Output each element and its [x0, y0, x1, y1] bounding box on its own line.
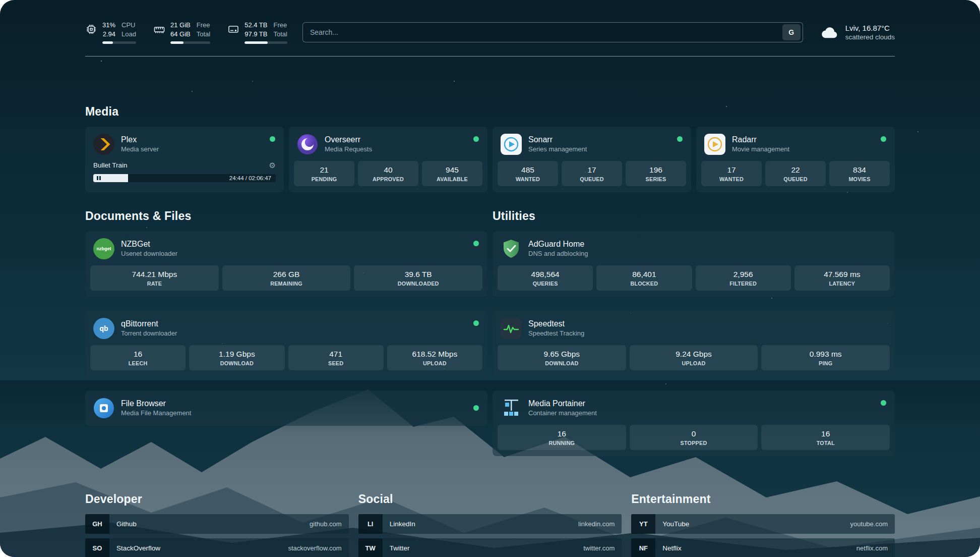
service-card-sonarr[interactable]: Sonarr Series management 485 WANTED 17 Q… — [493, 127, 691, 192]
bookmark-name: Twitter — [390, 544, 410, 552]
bookmark-abbr: LI — [358, 514, 383, 534]
stat-rate: 744.21 Mbps RATE — [90, 265, 219, 291]
bookmark-abbr: YT — [631, 514, 655, 534]
bookmark-abbr: NF — [631, 538, 655, 557]
disk-progress-bar — [244, 41, 287, 44]
bookmark-url: linkedin.com — [578, 520, 622, 528]
service-card-portainer[interactable]: Media Portainer Container management 16 … — [493, 391, 895, 456]
memory-free-value: 21 GiB — [170, 21, 191, 30]
stat-movies: 834 MOVIES — [829, 161, 890, 186]
stat-wanted: 17 WANTED — [701, 161, 762, 186]
bookmark-name: StackOverflow — [116, 544, 160, 552]
bookmark-youtube[interactable]: YT YouTube youtube.com — [631, 514, 895, 534]
bookmark-netflix[interactable]: NF Netflix netflix.com — [631, 538, 895, 557]
service-card-nzbget[interactable]: nzbget NZBGet Usenet downloader 744.21 M… — [85, 231, 487, 297]
nzbget-icon: nzbget — [93, 238, 114, 259]
stat-queries: 498,564 QUERIES — [498, 265, 593, 291]
service-name: Media Portainer — [528, 399, 597, 408]
service-subtitle: Series management — [528, 145, 587, 153]
service-card-overseerr[interactable]: Overseerr Media Requests 21 PENDING 40 A… — [289, 127, 487, 192]
status-dot — [473, 136, 479, 142]
service-card-speedtest[interactable]: Speedtest Speedtest Tracking 9.65 Gbps D… — [493, 311, 895, 376]
bookmark-stackoverflow[interactable]: SO StackOverflow stackoverflow.com — [85, 538, 349, 557]
stat-queued: 22 QUEUED — [765, 161, 826, 186]
service-subtitle: Media Requests — [325, 145, 372, 153]
stat-remaining: 266 GB REMAINING — [222, 265, 351, 291]
service-card-radarr[interactable]: Radarr Movie management 17 WANTED 22 QUE… — [696, 127, 895, 192]
cpu-progress-bar — [102, 41, 136, 44]
radarr-icon — [704, 134, 725, 155]
status-dot — [473, 320, 479, 326]
service-subtitle: Torrent downloader — [121, 329, 177, 337]
status-dot — [473, 241, 479, 246]
top-bar: 31% 2.94 CPU Load — [85, 0, 895, 44]
plex-now-playing: Bullet Train ⚙ 24:44 / 02:06:47 — [85, 161, 284, 189]
playback-progress-bar: 24:44 / 02:06:47 — [93, 174, 276, 182]
adguard-icon — [501, 238, 522, 259]
service-subtitle: Usenet downloader — [121, 250, 177, 257]
service-subtitle: Media server — [121, 145, 159, 153]
bookmark-url: twitter.com — [583, 544, 622, 552]
service-name: Overseerr — [325, 135, 372, 144]
cpu-usage-value: 31% — [102, 21, 115, 30]
search-bar: G — [302, 22, 803, 42]
cpu-icon — [85, 23, 97, 35]
service-subtitle: Media File Management — [121, 409, 191, 417]
stat-download: 9.65 Gbps DOWNLOAD — [498, 345, 626, 370]
section-title-media: Media — [85, 105, 895, 119]
status-dot — [677, 136, 683, 142]
documents-column: Documents & Files nzbget NZBGet Usenet d… — [85, 209, 487, 456]
memory-progress-bar — [170, 41, 210, 44]
bookmark-group-developer: Developer GH Github github.com SO StackO… — [85, 492, 349, 557]
bookmark-name: Netflix — [662, 544, 682, 552]
service-subtitle: Speedtest Tracking — [528, 329, 584, 337]
memory-free-label: Free — [197, 21, 210, 30]
stat-upload: 9.24 Gbps UPLOAD — [630, 345, 758, 370]
stat-download: 1.19 Gbps DOWNLOAD — [189, 345, 284, 370]
bookmark-linkedin[interactable]: LI LinkedIn linkedin.com — [358, 514, 622, 534]
search-input[interactable] — [303, 28, 782, 36]
bookmark-abbr: SO — [85, 538, 109, 557]
weather-location: Lviv, 16.87°C — [845, 24, 895, 32]
bookmark-url: github.com — [310, 520, 349, 528]
filebrowser-icon — [93, 398, 114, 419]
stat-filtered: 2,956 FILTERED — [696, 265, 791, 291]
disk-metric: 52.4 TB 97.9 TB Free Total — [227, 21, 287, 44]
bookmark-name: LinkedIn — [390, 520, 415, 528]
service-name: NZBGet — [121, 240, 177, 249]
bookmark-github[interactable]: GH Github github.com — [85, 514, 349, 534]
stat-upload: 618.52 Mbps UPLOAD — [387, 345, 482, 370]
portainer-icon — [501, 398, 522, 419]
pause-icon[interactable] — [97, 176, 101, 180]
weather-condition: scattered clouds — [845, 33, 895, 41]
bookmark-url: stackoverflow.com — [288, 544, 348, 552]
qbittorrent-icon: qb — [93, 318, 114, 339]
gear-icon[interactable]: ⚙ — [269, 161, 276, 170]
bookmark-twitter[interactable]: TW Twitter twitter.com — [358, 538, 622, 557]
disk-total-label: Total — [273, 30, 287, 39]
service-subtitle: Container management — [528, 409, 597, 417]
section-title-entertainment: Entertainment — [631, 492, 895, 506]
status-dot — [881, 136, 886, 142]
bookmark-abbr: TW — [358, 538, 383, 557]
sonarr-icon — [501, 134, 522, 155]
service-name: AdGuard Home — [528, 240, 588, 249]
stat-running: 16 RUNNING — [498, 425, 626, 450]
bookmark-group-entertainment: Entertainment YT YouTube youtube.com NF … — [631, 492, 895, 557]
service-card-qbittorrent[interactable]: qb qBittorrent Torrent downloader 16 LEE… — [85, 311, 487, 376]
plex-icon — [93, 134, 114, 155]
service-name: qBittorrent — [121, 319, 177, 328]
service-card-plex[interactable]: Plex Media server Bullet Train ⚙ 24:44 / — [85, 127, 284, 192]
cpu-label: CPU — [121, 21, 136, 30]
service-name: File Browser — [121, 399, 191, 408]
cloud-icon — [820, 25, 839, 40]
service-card-filebrowser[interactable]: File Browser Media File Management — [85, 391, 487, 426]
bookmark-url: youtube.com — [850, 520, 895, 528]
bookmark-abbr: GH — [85, 514, 109, 534]
search-provider-button[interactable]: G — [782, 24, 801, 40]
stat-downloaded: 39.6 TB DOWNLOADED — [354, 265, 482, 291]
stat-pending: 21 PENDING — [294, 161, 354, 186]
service-card-adguard[interactable]: AdGuard Home DNS and adblocking 498,564 … — [493, 231, 895, 297]
stat-leech: 16 LEECH — [90, 345, 186, 370]
stat-ping: 0.993 ms PING — [761, 345, 890, 370]
